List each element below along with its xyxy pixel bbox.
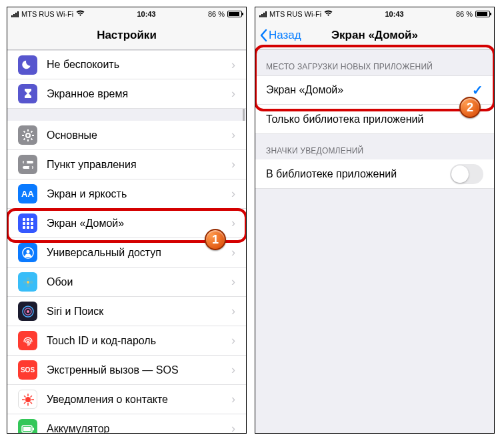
settings-row[interactable]: Экранное время › — [7, 79, 246, 109]
gear-icon — [18, 125, 37, 145]
settings-row[interactable]: Siri и Поиск › — [7, 297, 246, 326]
chevron-right-icon: › — [231, 246, 235, 260]
chevron-right-icon: › — [231, 304, 235, 318]
svg-point-2 — [23, 160, 27, 163]
svg-rect-12 — [27, 226, 29, 229]
settings-row[interactable]: Обои › — [7, 268, 246, 297]
row-label: Touch ID и код-пароль — [47, 335, 231, 347]
row-label: Экран и яркость — [47, 188, 231, 200]
svg-point-0 — [26, 133, 30, 137]
annotation-badge-1: 1 — [205, 229, 226, 250]
virus-icon — [18, 390, 37, 409]
settings-row[interactable]: Touch ID и код-пароль › — [7, 326, 246, 356]
settings-row[interactable]: Основные › — [7, 121, 246, 150]
svg-point-4 — [29, 165, 32, 169]
left-screenshot: MTS RUS Wi-Fi 10:43 86 % Настройки Не бе… — [7, 7, 247, 434]
svg-rect-8 — [23, 222, 25, 225]
row-label: Обои — [47, 276, 231, 288]
svg-point-16 — [27, 281, 29, 284]
nav-header: Назад Экран «Домой» — [255, 21, 494, 50]
chevron-right-icon: › — [231, 363, 235, 377]
moon-icon — [18, 55, 37, 75]
svg-line-30 — [30, 402, 32, 404]
hourglass-icon — [18, 84, 37, 103]
svg-rect-13 — [31, 226, 33, 229]
home-screen-settings: МЕСТО ЗАГРУЗКИ НОВЫХ ПРИЛОЖЕНИЙ Экран «Д… — [255, 50, 494, 189]
battery-percent: 86 % — [456, 10, 473, 18]
settings-row[interactable]: Аккумулятор › — [7, 414, 246, 434]
svg-rect-6 — [27, 218, 29, 221]
settings-row[interactable]: SOS Экстренный вызов — SOS › — [7, 356, 246, 385]
svg-line-32 — [24, 402, 26, 404]
settings-row[interactable]: AA Экран и яркость › — [7, 179, 246, 209]
svg-point-15 — [26, 250, 29, 253]
battery-icon — [18, 419, 37, 434]
grid-icon — [18, 213, 37, 233]
row-label: Универсальный доступ — [47, 247, 231, 259]
page-title: Экран «Домой» — [331, 29, 418, 42]
row-label: Аккумулятор — [47, 423, 231, 434]
page-title: Настройки — [97, 29, 157, 42]
svg-point-19 — [23, 280, 26, 284]
svg-point-23 — [27, 310, 29, 313]
signal-icon — [259, 11, 267, 17]
svg-rect-5 — [23, 218, 25, 221]
annotation-badge-2: 2 — [459, 97, 481, 118]
chevron-right-icon: › — [231, 58, 235, 72]
section-header-badges: ЗНАЧКИ УВЕДОМЛЕНИЙ — [255, 134, 494, 159]
row-label: Экранное время — [47, 88, 231, 100]
siri-icon — [18, 302, 37, 321]
chevron-right-icon: › — [231, 275, 235, 289]
svg-rect-10 — [31, 222, 33, 225]
settings-row[interactable]: Пункт управления › — [7, 150, 246, 179]
battery-icon — [227, 11, 242, 17]
signal-icon — [11, 11, 19, 17]
finger-icon — [18, 331, 37, 350]
chevron-right-icon: › — [231, 157, 235, 171]
svg-rect-7 — [31, 218, 33, 221]
wifi-icon — [76, 10, 85, 18]
SOS-icon: SOS — [18, 360, 37, 380]
AA-icon: AA — [18, 184, 37, 203]
row-label: Экстренный вызов — SOS — [47, 364, 231, 376]
status-bar: MTS RUS Wi-Fi 10:43 86 % — [255, 7, 494, 21]
row-label: Не беспокоить — [47, 59, 231, 71]
chevron-right-icon: › — [231, 334, 235, 348]
svg-rect-35 — [33, 428, 34, 430]
switches-icon — [18, 155, 37, 174]
option-badges-in-library[interactable]: В библиотеке приложений — [255, 159, 494, 189]
row-label: Пункт управления — [47, 159, 231, 171]
svg-rect-11 — [23, 226, 25, 229]
back-button[interactable]: Назад — [259, 21, 301, 49]
chevron-right-icon: › — [231, 422, 235, 434]
status-time: 10:43 — [385, 10, 404, 18]
svg-line-31 — [30, 396, 32, 398]
option-label: Экран «Домой» — [266, 84, 472, 96]
option-label: Только библиотека приложений — [266, 113, 483, 125]
settings-row[interactable]: Уведомления о контакте › — [7, 385, 246, 414]
svg-line-29 — [24, 396, 26, 398]
row-label: Экран «Домой» — [47, 217, 231, 230]
toggle-switch[interactable] — [450, 164, 483, 184]
option-app-library-only[interactable]: Только библиотека приложений — [255, 105, 494, 134]
svg-point-24 — [25, 397, 31, 402]
option-home-screen[interactable]: Экран «Домой» ✓ — [255, 75, 494, 105]
chevron-right-icon: › — [231, 392, 235, 406]
carrier-label: MTS RUS Wi-Fi — [269, 10, 321, 18]
nav-header: Настройки — [7, 21, 246, 50]
battery-percent: 86 % — [208, 10, 225, 18]
chevron-right-icon: › — [231, 87, 235, 101]
row-label: Уведомления о контакте — [47, 394, 231, 406]
status-time: 10:43 — [137, 10, 156, 18]
settings-list[interactable]: Не беспокоить › Экранное время › 1 Основ… — [7, 50, 246, 434]
right-screenshot: MTS RUS Wi-Fi 10:43 86 % Назад Экран «До… — [255, 7, 495, 434]
svg-point-17 — [26, 277, 29, 280]
option-label: В библиотеке приложений — [266, 168, 450, 180]
chevron-right-icon: › — [231, 187, 235, 201]
svg-rect-9 — [27, 222, 29, 225]
status-bar: MTS RUS Wi-Fi 10:43 86 % — [7, 7, 246, 21]
battery-icon — [475, 11, 490, 17]
settings-row[interactable]: Не беспокоить › — [7, 50, 246, 79]
section-header-download: МЕСТО ЗАГРУЗКИ НОВЫХ ПРИЛОЖЕНИЙ — [255, 50, 494, 75]
svg-point-20 — [29, 280, 33, 284]
